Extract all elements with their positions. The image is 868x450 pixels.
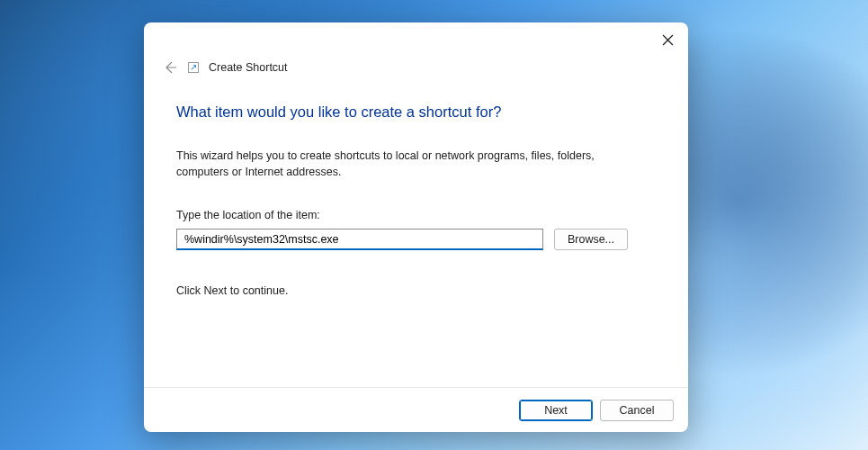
browse-button[interactable]: Browse... <box>554 229 628 250</box>
description-text: This wizard helps you to create shortcut… <box>176 148 644 180</box>
wizard-header: Create Shortcut <box>144 57 688 78</box>
input-row: Browse... <box>176 229 656 250</box>
dialog-footer: Next Cancel <box>144 387 688 432</box>
close-icon <box>662 34 674 46</box>
next-button[interactable]: Next <box>519 400 593 421</box>
back-button[interactable] <box>162 59 178 76</box>
close-button[interactable] <box>659 32 676 48</box>
continue-text: Click Next to continue. <box>176 283 656 299</box>
dialog-content: What item would you like to create a sho… <box>144 78 688 387</box>
create-shortcut-dialog: Create Shortcut What item would you like… <box>144 22 688 432</box>
input-label: Type the location of the item: <box>176 207 656 223</box>
wizard-title: Create Shortcut <box>209 61 288 74</box>
titlebar <box>144 22 688 57</box>
shortcut-icon <box>187 61 200 74</box>
location-input[interactable] <box>176 229 543 250</box>
page-heading: What item would you like to create a sho… <box>176 104 656 121</box>
cancel-button[interactable]: Cancel <box>600 400 674 421</box>
back-arrow-icon <box>163 60 177 75</box>
